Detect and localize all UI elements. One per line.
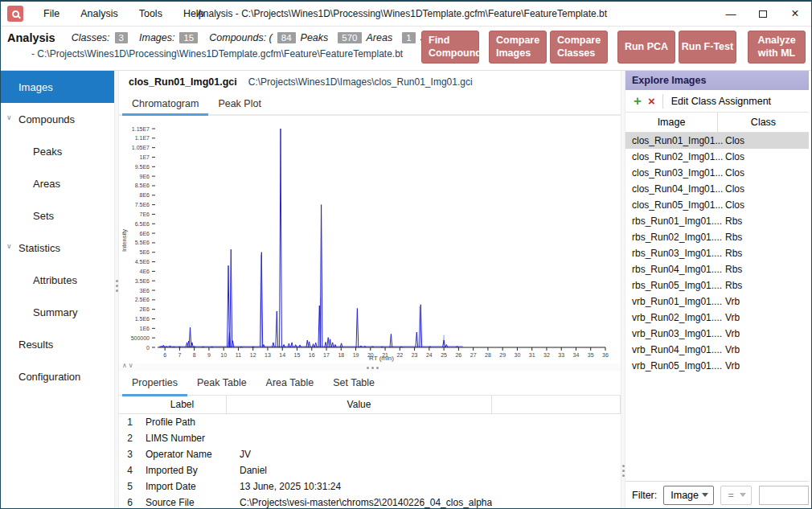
svg-text:5E6: 5E6 [140,249,150,255]
compare-classes-button[interactable]: Compare Classes [550,31,608,64]
toolbar-separator [662,94,663,109]
value-column-header: Value [227,396,492,413]
explore-image-row[interactable]: clos_Run04_Img01...Clos [625,181,809,197]
explore-image-row[interactable]: rbs_Run03_Img01....Rbs [625,245,809,261]
explore-image-row[interactable]: clos_Run03_Img01...Clos [625,165,809,181]
class-column-header[interactable]: Class [718,113,809,132]
menu-bar: FileAnalysisToolsHelp [33,2,215,26]
property-row[interactable]: 2LIMS Number [119,430,621,446]
svg-text:8: 8 [193,352,196,358]
find-compounds-button[interactable]: Find Compounds [421,31,479,64]
classes-count-badge: 3 [115,32,128,43]
sidebar-item-summary[interactable]: Summary [1,296,114,328]
image-name: clos_Run01_Img01... [625,135,718,146]
property-label: Source File [138,497,227,508]
menu-file[interactable]: File [33,2,70,26]
explore-image-row[interactable]: vrb_Run02_Img01....Vrb [625,310,809,326]
row-number: 2 [119,433,138,444]
svg-text:6: 6 [163,352,166,358]
svg-text:7E6: 7E6 [140,211,150,217]
analyze-with-ml-button[interactable]: Analyze with ML [748,31,806,64]
run-pca-button[interactable]: Run PCA [617,31,675,64]
properties-table: Label Value 1Profile Path2LIMS Number3Op… [119,396,621,508]
svg-text:Intensity: Intensity [121,229,128,252]
explore-image-row[interactable]: rbs_Run05_Img01....Rbs [625,277,809,293]
filter-label: Filter: [632,490,657,501]
tab-peak-table[interactable]: Peak Table [187,371,256,396]
sidebar-item-compounds[interactable]: ∨Compounds [1,103,114,135]
sidebar-item-images[interactable]: Images [1,71,114,103]
collapse-icons[interactable]: ∧∨ [122,362,135,369]
menu-tools[interactable]: Tools [129,2,173,26]
chromatogram-chart[interactable]: 05000001E61.5E62E62.5E63E63.5E64E64.5E65… [119,116,621,363]
sidebar-item-statistics[interactable]: ∨Statistics [1,232,114,264]
add-image-button[interactable]: + [634,94,642,108]
filter-bar: Filter: Image = [625,481,809,508]
image-name: clos_Run05_Img01... [625,199,718,211]
explore-image-row[interactable]: rbs_Run02_Img01....Rbs [625,229,809,245]
explore-panel-title: Explore Images [625,71,809,90]
chevron-down-icon[interactable]: ∨ [6,242,12,250]
peaks-label: Peaks [301,32,329,43]
filter-value-input[interactable] [759,486,809,505]
property-value: JV [227,449,492,460]
edit-class-assignment-button[interactable]: Edit Class Assignment [671,96,771,107]
compare-images-button[interactable]: Compare Images [489,31,547,64]
explore-image-row[interactable]: rbs_Run01_Img01....Rbs [625,213,809,229]
image-name: clos_Run03_Img01... [625,167,718,179]
explore-image-row[interactable]: vrb_Run01_Img01....Vrb [625,293,809,310]
tab-set-table[interactable]: Set Table [323,371,384,396]
explore-image-row[interactable]: vrb_Run04_Img01....Vrb [625,342,809,358]
peaks-count-badge: 84 [277,32,296,43]
svg-text:29: 29 [499,352,506,358]
property-row[interactable]: 6Source FileC:\Projects\vesi-master\chro… [119,495,621,508]
menu-analysis[interactable]: Analysis [70,2,129,26]
property-row[interactable]: 4Imported ByDaniel [119,462,621,478]
minimize-button[interactable]: — [715,2,747,26]
tab-peak-plot[interactable]: Peak Plot [208,93,271,116]
tab-properties[interactable]: Properties [122,371,187,396]
page-title: Analysis [7,31,55,44]
sidebar-item-attributes[interactable]: Attributes [1,264,114,296]
close-button[interactable]: × [779,2,811,26]
svg-text:12: 12 [250,352,256,358]
run-f-test-button[interactable]: Run F-Test [679,31,736,64]
sidebar-item-sets[interactable]: Sets [1,199,114,232]
filter-operator-select[interactable]: = [720,486,752,505]
svg-text:33: 33 [558,352,564,358]
svg-text:8.5E6: 8.5E6 [135,183,150,188]
property-row[interactable]: 5Import Date13 June, 2025 10:31:24 [119,478,621,495]
maximize-button[interactable] [747,2,779,26]
filter-field-select[interactable]: Image [663,486,714,505]
chevron-down-icon[interactable]: ∨ [6,113,12,121]
property-label: Imported By [138,465,227,476]
sidebar-item-configuration[interactable]: Configuration [1,360,114,392]
tab-chromatogram[interactable]: Chromatogram [122,93,208,116]
class-name: Rbs [718,216,809,227]
class-name: Clos [718,151,809,162]
class-name: Vrb [718,344,809,355]
explore-image-row[interactable]: vrb_Run05_Img01....Vrb [625,358,809,374]
image-column-header[interactable]: Image [625,113,718,132]
sets-count-badge: 1 [402,32,415,43]
areas-count-badge: 570 [338,32,361,43]
explore-image-row[interactable]: clos_Run05_Img01...Clos [625,197,809,213]
property-row[interactable]: 3Operator NameJV [119,446,621,462]
remove-image-button[interactable]: × [648,95,655,107]
sidebar-item-label: Sets [33,210,54,222]
image-name: vrb_Run02_Img01.... [625,312,718,323]
svg-text:1.15E7: 1.15E7 [132,126,150,132]
explore-image-row[interactable]: vrb_Run03_Img01....Vrb [625,326,809,342]
sidebar-item-peaks[interactable]: Peaks [1,135,114,167]
explore-image-row[interactable]: rbs_Run04_Img01....Rbs [625,261,809,277]
sidebar-item-areas[interactable]: Areas [1,167,114,199]
detail-tabs: PropertiesPeak TableArea TableSet Table [119,371,621,396]
tab-area-table[interactable]: Area Table [256,371,324,396]
sidebar-item-results[interactable]: Results [1,328,114,360]
property-row[interactable]: 1Profile Path [119,414,621,430]
image-name: rbs_Run05_Img01.... [625,280,718,291]
explore-image-row[interactable]: clos_Run02_Img01...Clos [625,149,809,165]
horizontal-splitter[interactable]: ∧∨ [119,363,621,371]
svg-text:31: 31 [529,352,535,358]
explore-image-row[interactable]: clos_Run01_Img01...Clos [625,133,809,149]
